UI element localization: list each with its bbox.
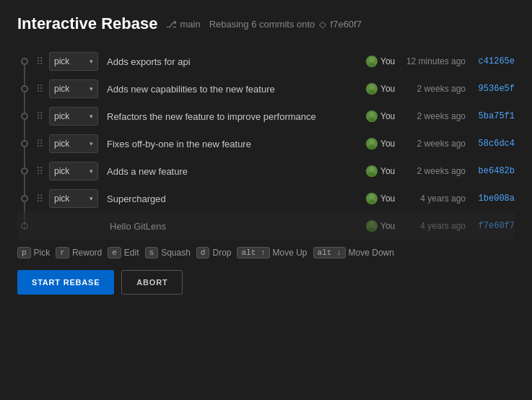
action-label: pick	[54, 166, 69, 176]
action-bar: START REBASE ABORT	[17, 267, 515, 295]
branch-icon: ⎇	[166, 19, 177, 30]
shortcut-item: dDrop	[196, 247, 232, 258]
action-dropdown[interactable]: pick▾	[49, 189, 98, 208]
keyboard-key: d	[196, 247, 210, 258]
timeline-dot	[21, 58, 28, 65]
rebase-info: Rebasing 6 commits onto ◇ f7e60f7	[209, 19, 362, 30]
avatar	[366, 110, 378, 122]
keyboard-key: r	[56, 247, 69, 258]
author-name: You	[380, 139, 401, 149]
avatar	[366, 193, 378, 204]
author-name: You	[380, 194, 401, 204]
shortcut-label: Edit	[124, 248, 139, 258]
commit-author: You	[366, 165, 401, 177]
keyboard-key: s	[145, 247, 159, 258]
author-name: You	[380, 221, 401, 231]
keyboard-key: alt ↓	[313, 247, 346, 258]
avatar	[366, 138, 378, 149]
commit-message: Adds a new feature	[98, 166, 366, 177]
chevron-down-icon: ▾	[90, 140, 93, 147]
commit-row: ⠿pick▾SuperchargedYou4 years ago1be008a	[17, 185, 515, 212]
timeline-node	[17, 195, 32, 202]
commit-author: You	[366, 220, 401, 232]
page-title: Interactive Rebase	[17, 14, 157, 33]
drag-handle[interactable]: ⠿	[36, 83, 43, 95]
drag-handle[interactable]: ⠿	[36, 138, 43, 149]
commit-hash[interactable]: f7e60f7	[473, 221, 515, 231]
timeline-node	[17, 85, 32, 92]
action-label: pick	[54, 194, 69, 204]
avatar	[366, 165, 378, 177]
action-dropdown[interactable]: pick▾	[49, 162, 98, 181]
shortcut-label: Move Up	[273, 248, 308, 258]
drag-handle[interactable]: ⠿	[36, 165, 43, 177]
chevron-down-icon: ▾	[90, 58, 93, 65]
timeline-node	[17, 58, 32, 65]
commit-author: You	[366, 110, 401, 122]
shortcut-item: eEdit	[108, 247, 139, 258]
action-dropdown[interactable]: pick▾	[49, 52, 98, 71]
commit-hash[interactable]: 9536e5f	[473, 84, 515, 94]
action-dropdown[interactable]: pick▾	[49, 107, 98, 126]
commit-row: ⠿pick▾Adds a new featureYou2 weeks agobe…	[17, 157, 515, 185]
chevron-down-icon: ▾	[90, 85, 93, 92]
commit-message: Fixes off-by-one in the new feature	[98, 139, 366, 149]
avatar	[366, 56, 378, 67]
action-dropdown[interactable]: pick▾	[49, 134, 98, 153]
drag-handle[interactable]: ⠿	[36, 56, 43, 67]
timeline-dot	[21, 140, 28, 147]
abort-button[interactable]: ABORT	[121, 270, 183, 295]
commit-author: You	[366, 83, 401, 95]
shortcut-item: alt ↑Move Up	[237, 247, 307, 258]
branch-info: ⎇ main	[166, 19, 200, 30]
action-label: pick	[54, 84, 69, 94]
action-label: pick	[54, 56, 69, 66]
timeline-dot	[21, 195, 28, 202]
commit-hash[interactable]: c41265e	[473, 56, 515, 66]
shortcut-item: pPick	[17, 247, 50, 258]
commit-author: You	[366, 193, 401, 204]
shortcut-item: sSquash	[145, 247, 191, 258]
author-name: You	[380, 111, 401, 121]
commit-list-container: ⠿pick▾Adds exports for apiYou12 minutes …	[17, 48, 515, 240]
author-name: You	[380, 56, 401, 66]
author-name: You	[380, 166, 401, 176]
timeline-node	[17, 140, 32, 147]
branch-name: main	[180, 19, 200, 30]
commit-row: ⠿pick▾Adds exports for apiYou12 minutes …	[17, 48, 515, 75]
commit-timestamp: 2 weeks ago	[401, 84, 473, 94]
commit-message: Supercharged	[98, 194, 366, 204]
keyboard-key: p	[17, 247, 31, 258]
timeline-dot	[21, 113, 28, 120]
commit-timestamp: 2 weeks ago	[401, 166, 473, 176]
commit-row: ⠿pick▾Fixes off-by-one in the new featur…	[17, 130, 515, 157]
shortcuts-bar: pPickrRewordeEditsSquashdDropalt ↑Move U…	[17, 240, 515, 267]
drag-handle[interactable]: ⠿	[36, 193, 43, 204]
commit-hash[interactable]: 58c6dc4	[473, 139, 515, 149]
timeline-dot	[21, 222, 28, 230]
base-commit-hash: f7e60f7	[331, 19, 362, 30]
action-label: pick	[54, 111, 69, 121]
timeline-node	[17, 222, 32, 230]
timeline-dot	[21, 85, 28, 92]
shortcut-item: alt ↓Move Down	[313, 247, 394, 258]
keyboard-key: alt ↑	[237, 247, 269, 258]
shortcut-label: Squash	[161, 248, 191, 258]
timeline-dot	[21, 168, 28, 175]
commit-hash[interactable]: 5ba75f1	[473, 111, 515, 121]
commit-author: You	[366, 138, 401, 149]
commit-hash[interactable]: 1be008a	[473, 194, 515, 204]
shortcut-label: Pick	[34, 248, 51, 258]
shortcut-item: rReword	[56, 247, 102, 258]
header: Interactive Rebase ⎇ main Rebasing 6 com…	[17, 14, 515, 33]
action-dropdown[interactable]: pick▾	[49, 79, 98, 98]
drag-handle[interactable]: ⠿	[36, 110, 43, 122]
page: Interactive Rebase ⎇ main Rebasing 6 com…	[0, 0, 532, 400]
commit-hash[interactable]: be6482b	[473, 166, 515, 176]
timeline-node	[17, 168, 32, 175]
chevron-down-icon: ▾	[90, 195, 93, 202]
start-rebase-button[interactable]: START REBASE	[17, 270, 114, 295]
commit-row: Hello GitLensYou4 years agof7e60f7	[17, 212, 515, 240]
commit-message: Adds new capabilities to the new feature	[98, 84, 366, 95]
timeline-node	[17, 113, 32, 120]
